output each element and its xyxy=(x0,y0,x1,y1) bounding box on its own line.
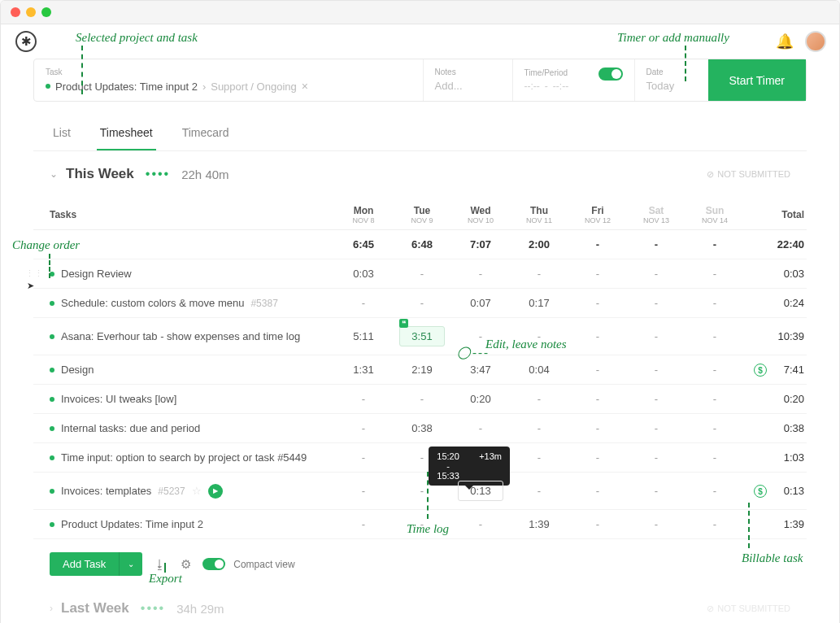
time-cell[interactable]: - xyxy=(627,364,685,376)
time-cell[interactable]: 0:13 xyxy=(451,481,510,501)
settings-gear-icon[interactable]: ⚙ xyxy=(177,554,194,575)
task-name[interactable]: Design Review xyxy=(61,268,132,280)
time-cell[interactable]: - xyxy=(393,268,451,280)
time-cell[interactable]: ❝3:51 xyxy=(393,326,451,346)
time-cell[interactable]: - xyxy=(451,330,510,342)
time-from-input[interactable]: --:-- xyxy=(524,81,540,92)
maximize-window-icon[interactable] xyxy=(41,7,51,17)
time-cell[interactable]: - xyxy=(627,422,685,434)
time-cell[interactable]: - xyxy=(334,485,393,497)
time-cell[interactable]: - xyxy=(627,297,685,309)
time-cell[interactable]: - xyxy=(685,451,744,464)
compact-view-toggle[interactable] xyxy=(202,558,225,570)
time-cell[interactable]: 1:31 xyxy=(334,364,393,376)
time-cell[interactable]: - xyxy=(510,422,568,434)
time-mode-toggle[interactable] xyxy=(598,68,623,81)
minimize-window-icon[interactable] xyxy=(26,7,36,17)
time-cell[interactable]: 0:04 xyxy=(510,364,568,376)
tab-list[interactable]: List xyxy=(50,116,74,150)
expand-last-week-icon[interactable]: › xyxy=(50,603,53,614)
time-cell[interactable]: 0:17 xyxy=(510,297,568,309)
task-name[interactable]: Internal tasks: due and period xyxy=(61,422,200,434)
clear-breadcrumb-icon[interactable]: × xyxy=(302,80,308,93)
billable-icon[interactable]: $ xyxy=(754,485,767,498)
add-task-dropdown-button[interactable]: ⌄ xyxy=(119,552,142,576)
time-cell[interactable]: - xyxy=(685,297,744,309)
time-cell[interactable]: - xyxy=(568,451,627,464)
close-window-icon[interactable] xyxy=(11,7,20,17)
time-cell[interactable]: 0:03 xyxy=(334,268,393,280)
time-cell[interactable]: - xyxy=(334,422,393,434)
time-cell[interactable]: - xyxy=(510,485,568,497)
task-name[interactable]: Asana: Everhour tab - show expenses and … xyxy=(61,330,300,342)
time-cell-edit[interactable]: ❝3:51 xyxy=(399,326,444,346)
time-cell[interactable]: - xyxy=(451,422,510,434)
time-cell[interactable]: - xyxy=(510,330,568,342)
time-cell[interactable]: - xyxy=(334,451,393,464)
time-cell[interactable]: - xyxy=(568,485,627,497)
time-cell[interactable]: - xyxy=(685,268,744,280)
time-cell[interactable]: 3:47 xyxy=(451,364,510,376)
time-cell[interactable]: - xyxy=(334,518,393,530)
drag-handle-icon[interactable]: ⋮⋮ xyxy=(25,268,43,279)
user-avatar[interactable] xyxy=(805,31,826,52)
time-cell[interactable]: - xyxy=(627,330,685,342)
time-cell[interactable]: - xyxy=(451,518,510,530)
collapse-week-icon[interactable]: ⌄ xyxy=(50,168,58,180)
time-cell[interactable]: 0:20 xyxy=(451,393,510,405)
time-cell[interactable]: - xyxy=(685,364,744,376)
time-to-input[interactable]: --:-- xyxy=(553,81,568,92)
time-cell[interactable]: - xyxy=(393,297,451,309)
favorite-star-icon[interactable]: ☆ xyxy=(192,485,202,497)
billable-icon[interactable]: $ xyxy=(754,364,767,377)
time-cell[interactable]: - xyxy=(568,422,627,434)
time-cell[interactable]: - xyxy=(627,451,685,464)
time-cell[interactable]: - xyxy=(334,297,393,309)
time-cell[interactable]: - xyxy=(568,518,627,530)
time-cell[interactable]: - xyxy=(510,393,568,405)
time-cell[interactable]: 2:19 xyxy=(393,364,451,376)
time-cell[interactable]: - xyxy=(393,485,451,497)
task-name[interactable]: Invoices: templates xyxy=(61,485,151,497)
time-cell[interactable]: - xyxy=(334,393,393,405)
export-download-icon[interactable]: ⭳ xyxy=(150,554,169,574)
time-cell[interactable]: - xyxy=(685,422,744,434)
time-cell[interactable]: - xyxy=(685,518,744,530)
time-cell[interactable]: - xyxy=(568,268,627,280)
notes-input[interactable]: Add... xyxy=(435,80,501,92)
play-timer-icon[interactable]: ▶ xyxy=(208,484,223,499)
time-cell[interactable]: - xyxy=(627,485,685,497)
time-cell[interactable]: - xyxy=(685,485,744,497)
task-name[interactable]: Design xyxy=(61,364,94,376)
add-task-button[interactable]: Add Task xyxy=(50,552,119,576)
tab-timecard[interactable]: Timecard xyxy=(179,116,233,150)
time-cell[interactable]: 5:11 xyxy=(334,330,393,342)
time-cell[interactable]: 0:07 xyxy=(451,297,510,309)
start-timer-button[interactable]: Start Timer xyxy=(708,59,806,101)
time-cell-input[interactable]: 0:13 xyxy=(458,481,503,501)
time-cell[interactable]: - xyxy=(510,451,568,464)
selected-task-name[interactable]: Product Updates: Time input 2 xyxy=(55,81,198,93)
time-cell[interactable]: - xyxy=(568,330,627,342)
task-name[interactable]: Schedule: custom colors & move menu xyxy=(61,297,244,309)
task-name[interactable]: Time input: option to search by project … xyxy=(61,451,307,464)
time-cell[interactable]: - xyxy=(627,393,685,405)
notification-bell-icon[interactable]: 🔔 xyxy=(776,33,794,50)
time-cell[interactable]: - xyxy=(568,364,627,376)
date-input[interactable]: Today xyxy=(646,80,697,92)
time-cell[interactable]: - xyxy=(393,393,451,405)
time-cell[interactable]: - xyxy=(568,393,627,405)
time-cell[interactable]: - xyxy=(627,518,685,530)
time-cell[interactable]: - xyxy=(510,268,568,280)
task-name[interactable]: Product Updates: Time input 2 xyxy=(61,518,203,530)
task-name[interactable]: Invoices: UI tweaks [low] xyxy=(61,393,176,405)
app-logo-icon[interactable]: ✱ xyxy=(15,31,37,52)
time-cell[interactable]: - xyxy=(568,297,627,309)
time-cell[interactable]: 0:38 xyxy=(393,422,451,434)
tab-timesheet[interactable]: Timesheet xyxy=(97,116,156,150)
time-cell[interactable]: - xyxy=(685,330,744,342)
time-cell[interactable]: 1:39 xyxy=(510,518,568,530)
time-cell[interactable]: - xyxy=(393,518,451,530)
time-cell[interactable]: - xyxy=(627,268,685,280)
time-cell[interactable]: 15:20 - 15:33+13m1:03 xyxy=(451,451,510,464)
